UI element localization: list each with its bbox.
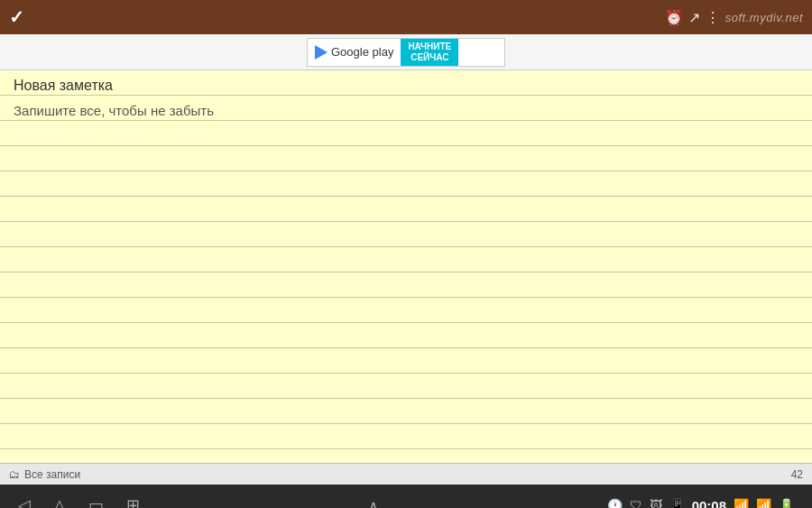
- note-subtitle[interactable]: Запишите все, чтобы не забыть: [14, 103, 214, 118]
- folder-icon: 🗂: [9, 468, 20, 481]
- google-play-text: Google play: [331, 45, 393, 59]
- top-bar: ✓ ⏰ ↗ ⋮ soft.mydiv.net: [0, 0, 812, 34]
- ad-inner[interactable]: Google play НАЧНИТЕСЕЙЧАС: [307, 38, 505, 67]
- photo-status-icon: 🖼: [650, 498, 662, 508]
- nav-center: ∧: [368, 497, 379, 509]
- back-button[interactable]: ◁: [18, 495, 31, 508]
- status-bar: 🗂 Все записи 42: [0, 463, 812, 485]
- top-bar-left: ✓: [9, 6, 24, 28]
- signal-icon: 📶: [756, 498, 771, 508]
- google-play-logo: Google play: [308, 45, 401, 60]
- share-icon[interactable]: ↗: [688, 9, 700, 26]
- check-icon[interactable]: ✓: [9, 6, 24, 28]
- clock-display: 00:08: [692, 498, 726, 509]
- battery-icon: 🔋: [779, 498, 794, 508]
- nav-right: 🕐 🛡 🖼 📱 00:08 📶 📶 🔋: [607, 498, 794, 509]
- grid-button[interactable]: ⊞: [126, 495, 140, 508]
- notepad-lines: [0, 70, 812, 463]
- recents-button[interactable]: ▭: [88, 495, 104, 508]
- wifi-icon: 📶: [734, 498, 749, 508]
- shield-status-icon: 🛡: [630, 498, 642, 508]
- notepad[interactable]: Новая заметка Запишите все, чтобы не заб…: [0, 70, 812, 463]
- nav-bar: ◁ △ ▭ ⊞ ∧ 🕐 🛡 🖼 📱 00:08 📶 📶 🔋: [0, 485, 812, 508]
- notes-count: 42: [791, 468, 803, 481]
- watermark: soft.mydiv.net: [725, 11, 803, 24]
- top-bar-right: ⏰ ↗ ⋮ soft.mydiv.net: [665, 9, 803, 26]
- note-title[interactable]: Новая заметка: [14, 78, 113, 94]
- viber-status-icon: 📱: [669, 498, 685, 508]
- alarm-icon[interactable]: ⏰: [665, 9, 683, 26]
- up-button[interactable]: ∧: [368, 497, 379, 509]
- play-triangle-icon: [315, 45, 328, 60]
- overflow-menu-icon[interactable]: ⋮: [706, 9, 720, 26]
- all-notes-label: Все записи: [24, 468, 80, 481]
- nav-left: ◁ △ ▭ ⊞: [18, 495, 140, 508]
- status-left: 🗂 Все записи: [9, 468, 80, 481]
- home-button[interactable]: △: [53, 495, 66, 508]
- clock-status-icon: 🕐: [607, 498, 623, 508]
- ad-banner[interactable]: Google play НАЧНИТЕСЕЙЧАС: [0, 34, 812, 70]
- google-play-button[interactable]: НАЧНИТЕСЕЙЧАС: [401, 39, 458, 66]
- notepad-margin: [7, 70, 9, 463]
